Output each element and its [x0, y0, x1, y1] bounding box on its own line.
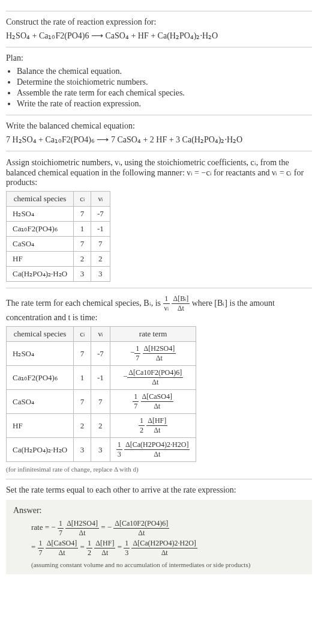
rateterm-section: The rate term for each chemical species,…: [6, 288, 312, 473]
list-item: Write the rate of reaction expression.: [17, 99, 312, 109]
delta-frac: Δ[Ca(H2PO4)2·H2O]Δt: [131, 539, 197, 557]
list-item: Balance the chemical equation.: [17, 67, 312, 76]
stoich-intro: Assign stoichiometric numbers, νᵢ, using…: [6, 157, 312, 187]
final-section: Set the rate terms equal to each other t…: [6, 479, 312, 574]
delta-frac: Δ[Ca10F2(PO4)6]Δt: [113, 519, 169, 538]
col-header-rateterm: rate term: [110, 327, 196, 342]
list-item: Assemble the rate term for each chemical…: [17, 88, 312, 98]
balanced-heading: Write the balanced chemical equation:: [6, 121, 312, 131]
table-row: CaSO₄77: [7, 237, 110, 252]
cell-ci: 1: [74, 366, 91, 390]
cell-vi: 2: [91, 414, 110, 438]
rateterm-intro: The rate term for each chemical species,…: [6, 294, 312, 323]
balanced-equation: 7 H₂SO₄ + Ca₁₀F2(PO4)₆ ⟶ 7 CaSO₄ + 2 HF …: [6, 135, 312, 145]
coef-frac: 17: [38, 539, 44, 557]
cell-vi: 7: [91, 390, 110, 414]
answer-box: Answer: rate = − 17 Δ[H2SO4]Δt = − Δ[Ca1…: [6, 500, 312, 574]
delta-frac: Δ[H2SO4]Δt: [143, 344, 176, 363]
cell-vi: -7: [91, 207, 110, 222]
delta-frac: Δ[HF]Δt: [94, 539, 115, 557]
cell-rateterm: 13 Δ[Ca(H2PO4)2·H2O]Δt: [110, 438, 196, 462]
delta-frac: Δ[CaSO4]Δt: [46, 539, 78, 557]
rateterm-intro-pre: The rate term for each chemical species,…: [6, 299, 163, 308]
table-row: Ca₁₀F2(PO4)₆1-1: [7, 222, 110, 237]
stoich-section: Assign stoichiometric numbers, νᵢ, using…: [6, 151, 312, 282]
cell-species: CaSO₄: [7, 237, 74, 252]
final-heading: Set the rate terms equal to each other t…: [6, 485, 312, 495]
plan-heading: Plan:: [6, 53, 312, 63]
cell-species: Ca₁₀F2(PO4)₆: [7, 222, 74, 237]
answer-line-1: rate = − 17 Δ[H2SO4]Δt = − Δ[Ca10F2(PO4)…: [31, 519, 305, 538]
rateterm-table: chemical species cᵢ νᵢ rate term H₂SO₄7-…: [6, 326, 196, 462]
cell-rateterm: 17 Δ[CaSO4]Δt: [110, 390, 196, 414]
coef-frac: 17: [133, 392, 139, 411]
cell-vi: 3: [91, 267, 110, 282]
answer-label: Answer:: [13, 506, 305, 515]
cell-species: Ca₁₀F2(PO4)₆: [7, 366, 74, 390]
cell-species: Ca(H₂PO₄)₂·H₂O: [7, 267, 74, 282]
coef-frac: 13: [116, 440, 122, 459]
cell-vi: 7: [91, 237, 110, 252]
cell-species: CaSO₄: [7, 390, 74, 414]
table-row: Ca(H₂PO₄)₂·H₂O3313 Δ[Ca(H2PO4)2·H2O]Δt: [7, 438, 196, 462]
plan-list: Balance the chemical equation. Determine…: [6, 67, 312, 109]
frac-one-over-vi: 1νᵢ: [163, 294, 170, 313]
delta-frac: Δ[CaSO4]Δt: [141, 392, 173, 411]
unbalanced-equation: H₂SO₄ + Ca₁₀F2(PO4)6 ⟶ CaSO₄ + HF + Ca(H…: [6, 31, 312, 41]
coef-frac: 12: [86, 539, 92, 557]
construct-section: Construct the rate of reaction expressio…: [6, 11, 312, 41]
table-row: H₂SO₄7-7−17 Δ[H2SO4]Δt: [7, 342, 196, 366]
cell-vi: -1: [91, 222, 110, 237]
plan-section: Plan: Balance the chemical equation. Det…: [6, 47, 312, 109]
delta-frac: Δ[HF]Δt: [146, 416, 167, 435]
col-header-vi: νᵢ: [91, 192, 110, 207]
table-row: chemical species cᵢ νᵢ: [7, 192, 110, 207]
cell-ci: 2: [74, 414, 91, 438]
construct-heading: Construct the rate of reaction expressio…: [6, 17, 312, 27]
col-header-ci: cᵢ: [74, 327, 91, 342]
stoich-table: chemical species cᵢ νᵢ H₂SO₄7-7 Ca₁₀F2(P…: [6, 191, 110, 282]
cell-vi: -1: [91, 366, 110, 390]
coef-frac: 17: [134, 344, 140, 363]
cell-ci: 7: [74, 342, 91, 366]
cell-species: HF: [7, 414, 74, 438]
cell-ci: 7: [74, 237, 91, 252]
coef-frac: 13: [124, 539, 130, 557]
cell-rateterm: 12 Δ[HF]Δt: [110, 414, 196, 438]
table-row: CaSO₄7717 Δ[CaSO4]Δt: [7, 390, 196, 414]
delta-frac: Δ[H2SO4]Δt: [65, 519, 99, 538]
table-row: HF2212 Δ[HF]Δt: [7, 414, 196, 438]
col-header-ci: cᵢ: [74, 192, 91, 207]
col-header-species: chemical species: [7, 192, 74, 207]
cell-vi: -7: [91, 342, 110, 366]
cell-species: Ca(H₂PO₄)₂·H₂O: [7, 438, 74, 462]
cell-rateterm: −Δ[Ca10F2(PO4)6]Δt: [110, 366, 196, 390]
delta-frac: Δ[Ca10F2(PO4)6]Δt: [127, 368, 183, 387]
cell-ci: 2: [74, 252, 91, 267]
cell-vi: 2: [91, 252, 110, 267]
coef-frac: 17: [58, 519, 64, 538]
cell-ci: 3: [74, 267, 91, 282]
col-header-vi: νᵢ: [91, 327, 110, 342]
cell-ci: 3: [74, 438, 91, 462]
cell-species: HF: [7, 252, 74, 267]
answer-line-2: = 17 Δ[CaSO4]Δt = 12 Δ[HF]Δt = 13 Δ[Ca(H…: [31, 539, 305, 557]
table-row: HF22: [7, 252, 110, 267]
rateterm-note: (for infinitesimal rate of change, repla…: [6, 466, 312, 473]
table-row: chemical species cᵢ νᵢ rate term: [7, 327, 196, 342]
answer-note: (assuming constant volume and no accumul…: [31, 561, 305, 568]
list-item: Determine the stoichiometric numbers.: [17, 77, 312, 87]
cell-vi: 3: [91, 438, 110, 462]
col-header-species: chemical species: [7, 327, 74, 342]
cell-species: H₂SO₄: [7, 342, 74, 366]
coef-frac: 12: [139, 416, 145, 435]
cell-species: H₂SO₄: [7, 207, 74, 222]
table-row: Ca₁₀F2(PO4)₆1-1−Δ[Ca10F2(PO4)6]Δt: [7, 366, 196, 390]
cell-ci: 1: [74, 222, 91, 237]
frac-dBi-dt: Δ[Bᵢ]Δt: [172, 294, 190, 313]
table-row: Ca(H₂PO₄)₂·H₂O33: [7, 267, 110, 282]
cell-rateterm: −17 Δ[H2SO4]Δt: [110, 342, 196, 366]
delta-frac: Δ[Ca(H2PO4)2·H2O]Δt: [124, 440, 190, 459]
table-row: H₂SO₄7-7: [7, 207, 110, 222]
cell-ci: 7: [74, 390, 91, 414]
